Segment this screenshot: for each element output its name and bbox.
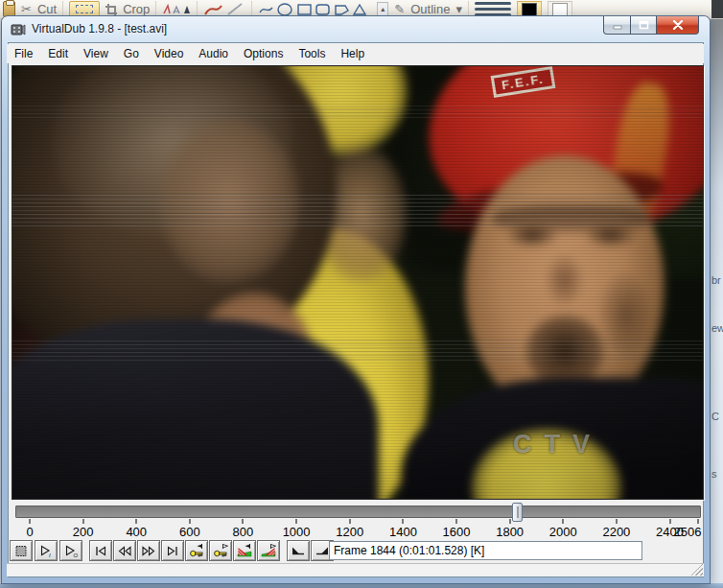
- frame-position-field[interactable]: Frame 1844 (0:01:01.528) [K]: [329, 541, 642, 560]
- ruler-tick-label: 1800: [496, 525, 524, 539]
- screen: ✂ Cut Crop ▴ ✎ Outline ▾: [0, 0, 723, 588]
- resize-grip[interactable]: [691, 564, 703, 576]
- video-display-pane: F.E.F. CTV: [12, 65, 704, 500]
- menu-go[interactable]: Go: [116, 44, 147, 63]
- clipped-text-fragment: ew: [711, 322, 723, 334]
- menu-tools[interactable]: Tools: [291, 44, 333, 63]
- outline-dropdown-arrow[interactable]: ▾: [455, 2, 462, 16]
- size-lines-icon[interactable]: [475, 2, 511, 16]
- virtualdub-app-icon: [11, 22, 26, 37]
- ruler-tick-label: 400: [126, 525, 147, 539]
- ruler-tick: [82, 519, 83, 524]
- virtualdub-window: VirtualDub 1.9.8 - [test.avi] File Edit …: [2, 16, 710, 583]
- menu-audio[interactable]: Audio: [191, 44, 236, 63]
- ruler-tick-label: 200: [73, 525, 94, 539]
- brush-tools-icons[interactable]: [162, 3, 191, 16]
- crop-icon: [105, 4, 117, 15]
- minimize-button[interactable]: [603, 16, 631, 35]
- video-frame-image: F.E.F. CTV: [12, 66, 703, 499]
- toolbar-divider: [155, 1, 156, 18]
- ctv-watermark: CTV: [513, 430, 602, 459]
- toolbar-divider: [468, 1, 469, 18]
- ruler-tick: [698, 519, 699, 524]
- ruler-tick: [296, 519, 297, 524]
- clipped-text-fragment: C: [711, 411, 723, 422]
- next-keyframe-button[interactable]: [209, 540, 232, 561]
- outline-dropdown-button[interactable]: Outline: [410, 2, 450, 16]
- toolbar-divider: [197, 1, 198, 18]
- play-input-button[interactable]: I: [35, 540, 58, 561]
- toolbar-divider: [62, 1, 63, 18]
- go-to-end-button[interactable]: [161, 540, 184, 561]
- ruler-tick-label: 1000: [283, 525, 311, 539]
- paste-clipboard-icon[interactable]: [3, 1, 15, 17]
- selection-icon: [76, 5, 93, 13]
- color2-white-swatch: [552, 3, 568, 16]
- ruler-tick: [349, 519, 350, 524]
- ruler-tick: [456, 519, 457, 524]
- stop-button[interactable]: [10, 540, 33, 561]
- color1-swatch-selected[interactable]: [517, 1, 542, 18]
- background-window-corner: [711, 0, 723, 18]
- go-to-start-button[interactable]: [89, 540, 112, 561]
- ruler-tick: [616, 519, 617, 524]
- cut-button[interactable]: Cut: [37, 2, 57, 16]
- position-trackbar[interactable]: [15, 506, 701, 518]
- clipped-text-fragment: s: [711, 468, 723, 480]
- menu-edit[interactable]: Edit: [40, 44, 76, 63]
- client-area: File Edit View Go Video Audio Options To…: [9, 43, 703, 576]
- menu-options[interactable]: Options: [236, 44, 291, 63]
- ruler-tick-label: 600: [179, 525, 200, 539]
- ruler-tick-label: 1400: [389, 525, 417, 539]
- color1-black-swatch: [522, 3, 537, 16]
- window-title: VirtualDub 1.9.8 - [test.avi]: [32, 22, 167, 35]
- ruler-tick: [563, 519, 564, 524]
- toolbar-divider: [251, 1, 252, 18]
- scissors-icon: ✂: [21, 2, 32, 16]
- ruler-tick-label: 2200: [602, 525, 630, 539]
- maximize-button[interactable]: [631, 16, 657, 35]
- step-backward-button[interactable]: [113, 540, 136, 561]
- ruler-tick: [669, 519, 670, 524]
- ruler-tick: [30, 519, 31, 524]
- shapes-icons[interactable]: [258, 2, 371, 17]
- step-forward-button[interactable]: [137, 540, 160, 561]
- color2-swatch[interactable]: [548, 1, 572, 18]
- shapes-dropdown-button[interactable]: ▴: [377, 2, 388, 17]
- ruler-tick-label: 2506: [674, 525, 702, 539]
- ruler-tick: [403, 519, 404, 524]
- close-button[interactable]: [657, 16, 699, 35]
- menu-file[interactable]: File: [7, 44, 40, 63]
- prev-keyframe-button[interactable]: [185, 540, 208, 561]
- ruler-tick-label: 800: [233, 525, 254, 539]
- ruler-tick: [509, 519, 510, 524]
- ruler-tick: [136, 519, 137, 524]
- mark-in-button[interactable]: [287, 540, 310, 561]
- ruler-tick-label: 1200: [336, 525, 363, 539]
- menu-help[interactable]: Help: [333, 44, 372, 63]
- crop-button[interactable]: Crop: [123, 2, 150, 16]
- clipped-text-fragment: br: [711, 274, 723, 286]
- svg-text:I: I: [49, 553, 51, 558]
- selection-tool-button[interactable]: [69, 1, 100, 18]
- play-output-button[interactable]: O: [59, 540, 82, 561]
- ruler-tick-label: 0: [26, 525, 33, 539]
- outline-pencil-icon: ✎: [394, 2, 405, 16]
- ruler-tick: [189, 519, 190, 524]
- title-bar[interactable]: VirtualDub 1.9.8 - [test.avi]: [2, 16, 710, 43]
- ruler-tick: [243, 519, 244, 524]
- background-right-strip: br ew C s: [710, 19, 723, 583]
- menu-view[interactable]: View: [76, 44, 116, 63]
- next-scene-button[interactable]: [257, 540, 280, 561]
- curve-tool-icons[interactable]: [203, 2, 245, 17]
- status-bar: [7, 563, 704, 576]
- menu-video[interactable]: Video: [147, 44, 191, 63]
- prev-scene-button[interactable]: [233, 540, 256, 561]
- ruler-tick-label: 1600: [443, 525, 471, 539]
- svg-text:O: O: [74, 553, 79, 558]
- menu-bar: File Edit View Go Video Audio Options To…: [7, 44, 704, 63]
- background-bottom-strip: [0, 583, 723, 588]
- ruler-tick-label: 2000: [549, 525, 577, 539]
